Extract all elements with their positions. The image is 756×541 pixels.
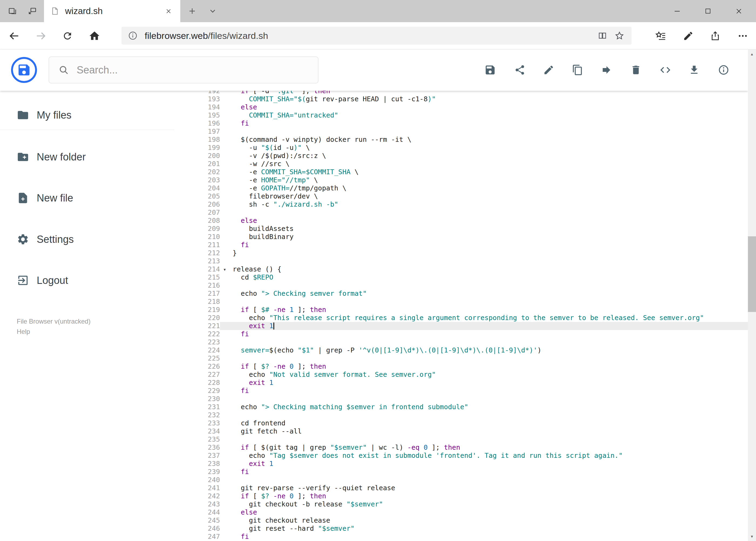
- page-info-icon[interactable]: [128, 31, 137, 41]
- code-line[interactable]: 235: [194, 435, 748, 443]
- search-input[interactable]: [77, 64, 293, 76]
- code-line[interactable]: 201 -w //src \: [194, 160, 748, 168]
- code-line[interactable]: 206 sh -c "./wizard.sh -b": [194, 201, 748, 209]
- download-button[interactable]: [687, 62, 702, 78]
- refresh-button[interactable]: [61, 30, 74, 42]
- code-line[interactable]: 243 git checkout -b release "$semver": [194, 500, 748, 508]
- code-line[interactable]: 222 fi: [194, 330, 748, 338]
- save-button[interactable]: [483, 62, 498, 78]
- raw-code-button[interactable]: [658, 62, 673, 78]
- share-button[interactable]: [512, 62, 527, 78]
- code-line[interactable]: 220 echo "This release script requires a…: [194, 314, 748, 322]
- code-line[interactable]: 210 buildBinary: [194, 233, 748, 241]
- sidebar-item-my-files[interactable]: My files: [0, 105, 174, 125]
- code-line[interactable]: 224 semver=$(echo "$1" | grep -P '^v(0|[…: [194, 346, 748, 354]
- code-line[interactable]: 193 COMMIT_SHA="$(git rev-parse HEAD | c…: [194, 95, 748, 103]
- filebrowser-logo[interactable]: [11, 57, 37, 83]
- code-line[interactable]: 246 git reset --hard "$semver": [194, 525, 748, 533]
- code-line[interactable]: 225: [194, 354, 748, 362]
- tab-preview-button[interactable]: [23, 0, 42, 22]
- code-line[interactable]: 230: [194, 395, 748, 403]
- code-line[interactable]: 218: [194, 297, 748, 306]
- window-close-button[interactable]: [727, 0, 751, 22]
- code-line[interactable]: 221 exit 1: [194, 322, 748, 330]
- code-line[interactable]: 233 cd frontend: [194, 419, 748, 427]
- search-box[interactable]: [49, 56, 319, 84]
- more-options-button[interactable]: [737, 30, 749, 42]
- code-line[interactable]: 195 COMMIT_SHA="untracked": [194, 111, 748, 119]
- address-bar[interactable]: filebrowser.web/files/wizard.sh: [122, 27, 631, 45]
- sidebar-item-settings[interactable]: Settings: [0, 230, 174, 249]
- tabs-aside-button[interactable]: [3, 0, 22, 22]
- code-line[interactable]: 244 else: [194, 508, 748, 516]
- code-line[interactable]: 227 echo "Not valid semver format. See s…: [194, 370, 748, 379]
- help-link[interactable]: Help: [17, 328, 30, 335]
- code-line[interactable]: 205 filebrowser/dev \: [194, 192, 748, 201]
- copy-button[interactable]: [570, 62, 585, 78]
- hub-button[interactable]: [654, 30, 667, 42]
- info-button[interactable]: [716, 62, 731, 78]
- sidebar-item-new-file[interactable]: New file: [0, 188, 174, 208]
- code-line[interactable]: 232: [194, 411, 748, 419]
- delete-button[interactable]: [629, 62, 643, 78]
- code-line[interactable]: 214▾release () {: [194, 265, 748, 273]
- code-line[interactable]: 207: [194, 209, 748, 217]
- window-maximize-button[interactable]: [696, 0, 720, 22]
- code-line[interactable]: 245 git checkout release: [194, 516, 748, 525]
- code-line[interactable]: 194 else: [194, 103, 748, 111]
- edit-button[interactable]: [541, 62, 556, 78]
- sidebar-item-logout[interactable]: Logout: [0, 270, 174, 290]
- share-page-button[interactable]: [709, 30, 721, 42]
- code-line[interactable]: 203 -e HOME="//tmp" \: [194, 176, 748, 184]
- code-line[interactable]: 199 -u "$(id -u)" \: [194, 144, 748, 152]
- code-line[interactable]: 197: [194, 128, 748, 136]
- code-line[interactable]: 198 $(command -v winpty) docker run --rm…: [194, 136, 748, 144]
- scroll-up-icon[interactable]: ▲: [748, 49, 756, 59]
- code-line[interactable]: 208 else: [194, 217, 748, 225]
- code-line[interactable]: 196 fi: [194, 119, 748, 128]
- code-line[interactable]: 241 git rev-parse --verify --quiet relea…: [194, 484, 748, 492]
- back-button[interactable]: [8, 30, 20, 42]
- move-button[interactable]: [599, 62, 614, 78]
- code-line[interactable]: 217 echo "> Checking semver format": [194, 289, 748, 297]
- code-line[interactable]: 211 fi: [194, 241, 748, 249]
- home-button[interactable]: [88, 30, 101, 42]
- code-line[interactable]: 231 echo "> Checking matching $semver in…: [194, 403, 748, 411]
- code-line[interactable]: 209 buildAssets: [194, 225, 748, 233]
- reading-view-icon[interactable]: [598, 31, 607, 41]
- code-line[interactable]: 229 fi: [194, 387, 748, 395]
- web-notes-button[interactable]: [682, 30, 694, 42]
- code-line[interactable]: 240: [194, 476, 748, 484]
- code-line[interactable]: 213: [194, 257, 748, 265]
- tab-list-button[interactable]: [203, 0, 222, 22]
- code-line[interactable]: 223: [194, 338, 748, 346]
- fold-marker-icon[interactable]: ▾: [220, 265, 229, 273]
- sidebar-item-new-folder[interactable]: New folder: [0, 147, 174, 167]
- scroll-down-icon[interactable]: ▼: [748, 532, 756, 541]
- code-line[interactable]: 238 exit 1: [194, 460, 748, 468]
- code-line[interactable]: 216: [194, 281, 748, 289]
- window-minimize-button[interactable]: [665, 0, 689, 22]
- page-scrollbar[interactable]: ▲ ▼: [748, 49, 756, 541]
- code-line[interactable]: 219 if [ $# -ne 1 ]; then: [194, 306, 748, 314]
- code-line[interactable]: 236 if [ $(git tag | grep "$semver" | wc…: [194, 443, 748, 452]
- tab-close-icon[interactable]: [163, 6, 174, 16]
- scrollbar-thumb[interactable]: [748, 236, 756, 312]
- favorite-star-icon[interactable]: [614, 31, 625, 41]
- code-editor[interactable]: 192 if [ -d ".git" ]; then193 COMMIT_SHA…: [194, 87, 748, 541]
- code-line[interactable]: 237 echo "Tag $semver does not exist in …: [194, 452, 748, 460]
- new-tab-button[interactable]: [182, 0, 202, 22]
- code-line[interactable]: 215 cd $REPO: [194, 273, 748, 281]
- code-line[interactable]: 226 if [ $? -ne 0 ]; then: [194, 362, 748, 370]
- code-line[interactable]: 228 exit 1: [194, 379, 748, 387]
- code-line[interactable]: 239 fi: [194, 468, 748, 476]
- forward-button[interactable]: [35, 30, 47, 42]
- browser-tab[interactable]: wizard.sh: [44, 0, 180, 22]
- code-line[interactable]: 200 -v /$(pwd):/src:z \: [194, 152, 748, 160]
- code-line[interactable]: 212}: [194, 249, 748, 257]
- code-line[interactable]: 247 fi: [194, 533, 748, 541]
- code-line[interactable]: 202 -e COMMIT_SHA=$COMMIT_SHA \: [194, 168, 748, 176]
- code-line[interactable]: 242 if [ $? -ne 0 ]; then: [194, 492, 748, 500]
- code-line[interactable]: 234 git fetch --all: [194, 427, 748, 435]
- code-line[interactable]: 204 -e GOPATH=//tmp/gopath \: [194, 184, 748, 192]
